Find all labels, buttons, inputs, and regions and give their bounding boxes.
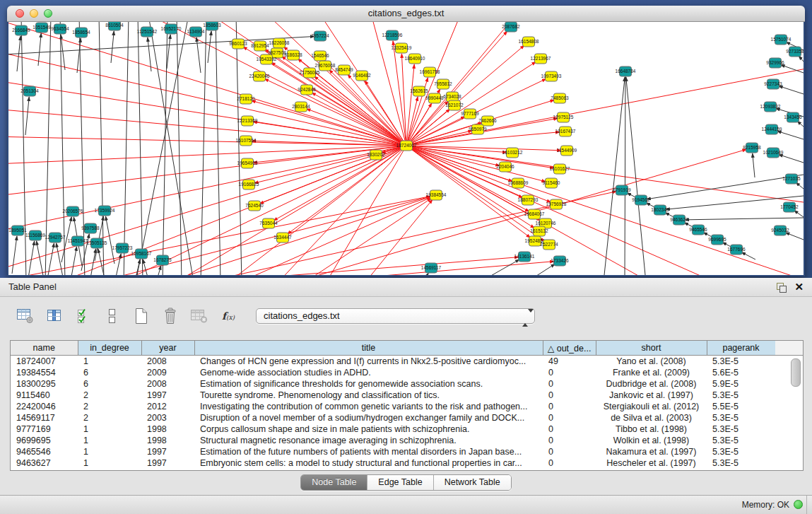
graph-node[interactable]: 10167437 [555,127,576,136]
graph-node[interactable]: 10210649 [763,148,784,158]
graph-node[interactable]: 1895051 [8,226,27,235]
table-row[interactable]: 1456911722003Disruption of a novel membe… [11,412,775,424]
graph-node[interactable]: 12218596 [382,30,403,40]
graph-node[interactable]: 1858654 [72,28,90,37]
graph-node[interactable]: 1621072 [445,100,464,110]
graph-node[interactable]: 11156869 [25,230,45,240]
graph-node[interactable]: 29676068 [315,61,336,71]
network-graph[interactable]: 1872400798601238912954182260589827508105… [8,22,804,275]
table-row[interactable]: 946362711997Embryonic stem cells: a mode… [11,457,775,469]
graph-node[interactable]: 16952170 [161,24,182,34]
graph-node[interactable]: 7957224 [311,31,329,41]
graph-node[interactable]: 19654905 [237,158,258,168]
graph-node[interactable]: 9273358 [786,47,804,57]
graph-node[interactable]: 18640910 [405,54,425,64]
graph-node[interactable]: 9115460 [543,178,560,188]
show-columns-button[interactable] [45,308,64,325]
graph-node[interactable]: 7955812 [434,79,452,89]
select-all-rows-button[interactable] [73,308,93,325]
column-header[interactable]: △ out_de... [543,341,596,356]
graph-node[interactable]: 16101627 [550,164,570,174]
graph-node[interactable]: 18226058 [269,38,290,48]
graph-node[interactable]: 12942757 [45,233,66,243]
graph-node[interactable]: 1343456 [784,112,802,122]
zoom-window-button[interactable] [44,9,52,18]
graph-node[interactable]: 9650979 [469,124,487,134]
table-row[interactable]: 911546021997Tourette syndrome. Phenomeno… [11,390,775,401]
function-builder-button[interactable]: f(x) [218,308,238,325]
graph-node[interactable]: 1271035 [782,174,801,184]
tab-node-table[interactable]: Node Table [301,475,367,490]
graph-node[interactable]: 19684067 [524,209,545,219]
table-row[interactable]: 977716911998Corpus callosum shape and si… [11,424,775,435]
table-row[interactable]: 1938455462009Genome-wide association stu… [11,367,775,378]
float-panel-icon[interactable] [777,283,787,292]
graph-node[interactable]: 16648784 [616,66,636,76]
graph-node[interactable]: 8454749 [335,65,353,75]
graph-node[interactable]: 8215958 [743,143,761,153]
graph-node[interactable]: 2803144 [292,102,310,112]
unselect-all-rows-button[interactable] [102,308,122,325]
graph-node[interactable]: 18807293 [518,195,539,205]
create-new-column-button[interactable] [131,308,151,325]
graph-node[interactable]: 7485063 [551,93,569,103]
table-row[interactable]: 946554611997Estimation of the future num… [11,446,775,457]
graph-node[interactable]: 17957223 [112,243,133,253]
graph-node[interactable]: 9397588 [81,223,100,233]
graph-node[interactable]: 2718120 [237,94,255,104]
graph-node[interactable]: 16103212 [502,148,523,158]
network-window-titlebar[interactable]: citations_edges.txt [7,6,805,22]
column-header[interactable]: short [596,341,707,356]
graph-node[interactable]: 2051304 [20,86,39,96]
column-header[interactable]: pagerank [707,341,775,356]
delete-table-button[interactable] [189,308,209,325]
graph-node[interactable]: 9146482 [353,71,371,81]
table-scrollbar-thumb[interactable] [791,358,801,387]
table-row[interactable]: 1830029562008Estimation of significance … [11,378,775,390]
graph-node[interactable]: 9245032 [771,226,789,235]
graph-node[interactable]: 11544909 [557,146,577,156]
graph-node[interactable]: 9777169 [461,109,479,119]
graph-node[interactable]: 14136141 [514,252,535,262]
graph-node[interactable]: 20206576 [63,206,83,216]
graph-node[interactable]: 13505135 [87,238,107,248]
minimize-window-button[interactable] [30,9,38,18]
graph-node[interactable]: 9990448 [425,93,444,103]
graph-node[interactable]: 1858603 [203,22,221,30]
graph-node[interactable]: 19756928 [546,199,567,209]
graph-node[interactable]: 2087682 [502,22,520,32]
table-mode-button[interactable] [16,308,35,325]
column-header[interactable]: year [141,341,194,356]
table-row[interactable]: 969969511998Structural magnetic resonanc… [11,435,775,446]
column-header[interactable]: in_degree [78,341,141,356]
graph-node[interactable]: 16961758 [420,67,440,77]
graph-node[interactable]: 10958167 [131,249,152,259]
memory-status-indicator[interactable] [794,500,803,509]
graph-node[interactable]: 9227343 [764,79,782,89]
graph-node[interactable]: 1546546 [311,51,329,61]
graph-node[interactable]: 1770452 [780,202,799,212]
graph-node[interactable]: 9329966 [766,58,784,68]
graph-node[interactable]: 1830202 [367,150,385,160]
delete-columns-button[interactable] [160,308,180,325]
graph-node[interactable]: 1134904 [187,27,205,37]
graph-node[interactable]: 1634447 [273,233,292,243]
graph-node[interactable]: 8912954 [251,41,269,51]
graph-node[interactable]: 1051549 [33,23,51,33]
graph-node[interactable]: 17359924 [95,206,115,216]
tab-network-table[interactable]: Network Table [433,475,511,490]
graph-node[interactable]: 2204046 [496,162,514,172]
graph-node[interactable]: 11251542 [137,27,158,37]
close-panel-icon[interactable]: ✕ [794,278,804,296]
close-window-button[interactable] [16,9,24,18]
graph-node[interactable]: 1615132 [530,226,548,236]
graph-node[interactable]: 11451947 [68,236,88,246]
graph-node[interactable]: 12093832 [760,102,781,112]
graph-node[interactable]: 8186328 [284,50,302,60]
graph-node[interactable]: 7624540 [245,201,264,211]
graph-node[interactable]: 1733426 [551,256,569,266]
graph-node[interactable]: 19166825 [239,180,259,189]
graph-node[interactable]: 12444159 [762,124,782,134]
graph-node[interactable]: 2522774 [540,240,558,250]
graph-node[interactable]: 8610504 [105,22,124,30]
